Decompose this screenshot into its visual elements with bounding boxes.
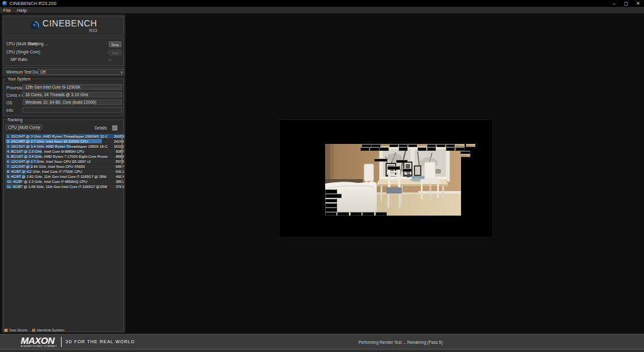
details-label: Details — [94, 126, 107, 130]
chevron-down-icon: ▾ — [121, 70, 123, 74]
ranking-title: Ranking — [6, 118, 24, 122]
ranking-scrollbar[interactable] — [121, 134, 123, 189]
system-field-input-cores-x-ghz[interactable] — [23, 92, 122, 97]
ranking-row-score: 6867 — [116, 165, 124, 168]
legend-item: Your Score — [4, 328, 27, 332]
your-system-title: Your System — [6, 77, 32, 81]
ranking-row-label: 11. 4C/8T @ 1.69 GHz, 11th Gen Intel Cor… — [7, 185, 108, 189]
system-field-label: Info — [6, 108, 13, 113]
window-bottom-edge — [0, 349, 644, 352]
render-tile — [374, 158, 388, 162]
legend-label: Your Score — [9, 328, 27, 332]
app-icon — [3, 1, 7, 6]
control-panel: CINEBENCH R23 CPU (Multi Core) Running .… — [1, 14, 126, 333]
stop-button[interactable]: Stop — [109, 41, 121, 47]
render-tile — [402, 168, 412, 172]
system-field-input-processor[interactable] — [23, 84, 122, 90]
ranking-row[interactable]: 7. 12C/24T @ 2.66 GHz, Intel Xeon CPU X5… — [6, 164, 125, 168]
cinebench-window: CINEBENCH R23.200 – ◻ ✕ FileHelp CINEBEN… — [0, 0, 644, 352]
render-tile — [362, 144, 370, 147]
chevron-down-icon: ▾ — [38, 125, 40, 129]
ranking-row[interactable]: 10. 4C/8T @ 2.3 GHz, Intel Core i7-4850H… — [6, 179, 125, 184]
ranking-row-score: 8889 — [116, 155, 124, 158]
ranking-row-score: 3891 — [116, 180, 124, 184]
render-tile — [427, 147, 436, 150]
menu-bar: FileHelp — [0, 7, 644, 13]
render-tile — [337, 212, 348, 216]
ranking-row-score: 8378 — [116, 160, 124, 163]
ranking-row[interactable]: 6. 12C/24T @ 2.7 GHz, Intel Xeon CPU E5-… — [6, 159, 125, 163]
render-tile — [370, 147, 379, 150]
ranking-row[interactable]: 4. 8C/16T @ 2.3 GHz, Intel Core i9-9880H… — [6, 149, 125, 153]
ranking-row-score: 4904 — [116, 175, 124, 179]
render-tile — [399, 144, 408, 147]
render-tile — [396, 160, 407, 163]
system-field-input-info[interactable] — [23, 107, 122, 113]
ranking-row-score: 6302 — [116, 170, 124, 173]
start-button: Start — [109, 50, 121, 55]
render-tile — [418, 147, 426, 150]
ranking-row-score: 3769 — [116, 185, 124, 189]
dining-room-scene — [325, 144, 461, 216]
footer-bar: MAXON A NEMETSCHEK COMPANY 3D FOR THE RE… — [0, 334, 644, 349]
render-tile — [427, 144, 436, 147]
your-system-box: Your System ProcessorCores x GHzOSInfo — [3, 79, 124, 116]
ranking-row-label: 7. 12C/24T @ 2.66 GHz, Intel Xeon CPU X5… — [7, 165, 85, 168]
render-tile — [460, 154, 470, 157]
ranking-row-label: 2. 24C/48T @ 2.7 GHz, Intel Xeon W-3265M… — [7, 140, 88, 143]
minimize-button[interactable]: – — [608, 0, 620, 7]
system-field-input-os[interactable] — [23, 99, 122, 105]
render-tile — [325, 203, 337, 207]
render-tile — [325, 194, 341, 198]
ranking-row-label: 5. 8C/16T @ 3.4 GHz, AMD Ryzen 7 1700X E… — [7, 155, 108, 158]
render-tile — [455, 147, 465, 150]
ranking-row-label: 3. 16C/32T @ 3.4 GHz, AMD Ryzen Threadri… — [7, 145, 108, 148]
duration-select[interactable]: Off ▾ — [38, 69, 125, 75]
render-viewport — [279, 119, 493, 238]
footer-divider — [61, 337, 62, 347]
mp-ratio-value: --- — [108, 57, 112, 62]
ranking-row[interactable]: 2. 24C/48T @ 2.7 GHz, Intel Xeon W-3265M… — [6, 139, 125, 143]
ranking-box: Ranking CPU (Multi Core) ▾ Details ✓ 1. … — [3, 119, 124, 332]
system-field-row: Cores x GHz — [4, 92, 123, 97]
tests-box: CPU (Multi Core) Running ... Stop CPU (S… — [3, 38, 124, 66]
render-tile — [399, 147, 408, 150]
details-checkbox[interactable]: ✓ — [112, 125, 118, 131]
system-field-row: OS — [4, 99, 123, 105]
system-field-row: Info — [4, 107, 123, 113]
score-legend: Your ScoreIdentical System — [4, 328, 70, 332]
ranking-row-label: 8. 4C/8T @ 4.2 GHz, Intel Core i7-7700K … — [7, 170, 82, 173]
close-button[interactable]: ✕ — [632, 0, 644, 7]
ranking-row-label: 1. 32C/64T @ 3 GHz, AMD Ryzen Threadripp… — [7, 135, 108, 138]
ranking-row-label: 4. 8C/16T @ 2.3 GHz, Intel Core i9-9880H… — [7, 150, 84, 153]
render-tile — [387, 166, 399, 170]
legend-color-swatch — [32, 329, 35, 332]
logo-title: CINEBENCH — [43, 19, 97, 28]
render-tile — [350, 212, 362, 216]
render-status-text: Performing Render Test ... Rendering (Pa… — [358, 340, 443, 344]
render-tile — [325, 189, 337, 194]
render-tile — [446, 147, 455, 150]
window-title: CINEBENCH R23.200 — [9, 1, 57, 6]
ranking-row[interactable]: 8. 4C/8T @ 4.2 GHz, Intel Core i7-7700K … — [6, 169, 125, 173]
ranking-row[interactable]: 9. 4C/8T @ 2.81 GHz, 11th Gen Intel Core… — [6, 174, 125, 179]
ranking-row[interactable]: 1. 32C/64T @ 3 GHz, AMD Ryzen Threadripp… — [6, 134, 125, 138]
footer-tagline: 3D FOR THE REAL WORLD — [65, 339, 135, 344]
cpu-multi-status: Running ... — [28, 41, 48, 46]
ranking-row-label: 9. 4C/8T @ 2.81 GHz, 11th Gen Intel Core… — [7, 175, 106, 179]
ranking-row-label: 10. 4C/8T @ 2.3 GHz, Intel Core i7-4850H… — [7, 180, 87, 184]
title-bar: CINEBENCH R23.200 – ◻ ✕ — [0, 0, 644, 7]
legend-item: Identical System — [32, 328, 64, 332]
ranking-row[interactable]: 3. 16C/32T @ 3.4 GHz, AMD Ryzen Threadri… — [6, 144, 125, 148]
legend-color-swatch — [4, 329, 8, 332]
render-tile — [360, 147, 369, 150]
cpu-single-label: CPU (Single Core) — [6, 50, 40, 54]
ranking-row[interactable]: 5. 8C/16T @ 3.4 GHz, AMD Ryzen 7 1700X E… — [6, 154, 125, 158]
menu-item-file[interactable]: File — [0, 7, 14, 13]
render-tile — [389, 144, 398, 147]
maximize-button[interactable]: ◻ — [620, 0, 632, 7]
ranking-filter-select[interactable]: CPU (Multi Core) ▾ — [6, 124, 42, 130]
menu-item-help[interactable]: Help — [14, 7, 30, 13]
render-tile — [455, 144, 465, 147]
ranking-row[interactable]: 11. 4C/8T @ 1.69 GHz, 11th Gen Intel Cor… — [6, 184, 125, 189]
